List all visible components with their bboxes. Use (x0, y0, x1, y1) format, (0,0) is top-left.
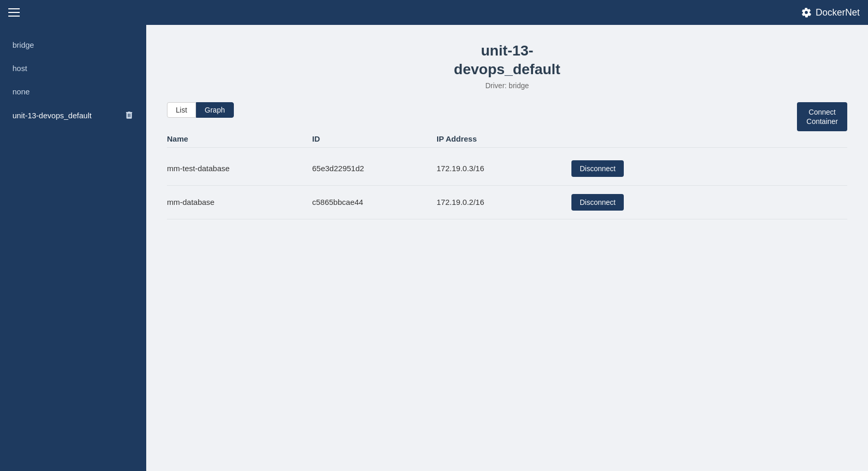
sidebar-item-bridge[interactable]: bridge (0, 33, 146, 57)
app-header: DockerNet (0, 0, 868, 25)
table-row: mm-database c5865bbcae44 172.19.0.2/16 D… (167, 186, 847, 219)
trash-icon[interactable] (124, 110, 134, 120)
brand-name: DockerNet (816, 7, 860, 18)
cell-id-2: c5865bbcae44 (312, 198, 437, 206)
sidebar-item-label: host (12, 64, 27, 73)
disconnect-button-1[interactable]: Disconnect (571, 160, 624, 177)
table-row: mm-test-database 65e3d22951d2 172.19.0.3… (167, 152, 847, 186)
content-area: List Graph ConnectContainer Name ID IP A… (167, 102, 847, 219)
sidebar-item-host[interactable]: host (0, 57, 146, 80)
driver-label: Driver: bridge (167, 81, 847, 90)
cell-id-1: 65e3d22951d2 (312, 164, 437, 173)
col-header-action (571, 134, 847, 143)
tab-graph[interactable]: Graph (196, 102, 234, 118)
sidebar-item-unit13[interactable]: unit-13-devops_default (0, 103, 146, 127)
cell-ip-1: 172.19.0.3/16 (437, 164, 571, 173)
tab-bar: List Graph (167, 102, 847, 118)
disconnect-button-2[interactable]: Disconnect (571, 194, 624, 211)
gear-icon (801, 7, 811, 18)
sidebar-item-none[interactable]: none (0, 80, 146, 103)
cell-name-1: mm-test-database (167, 164, 312, 173)
connect-container-button[interactable]: ConnectContainer (797, 102, 847, 131)
brand: DockerNet (801, 7, 860, 18)
cell-ip-2: 172.19.0.2/16 (437, 198, 571, 206)
tab-list[interactable]: List (167, 102, 196, 118)
table-headers: Name ID IP Address (167, 130, 847, 148)
cell-name-2: mm-database (167, 198, 312, 206)
main-content: unit-13- devops_default Driver: bridge L… (146, 25, 868, 471)
col-header-name: Name (167, 134, 312, 143)
main-layout: bridge host none unit-13-devops_default … (0, 25, 868, 471)
menu-icon[interactable] (8, 8, 20, 17)
sidebar-item-label: none (12, 87, 30, 96)
page-title: unit-13- devops_default (167, 41, 847, 79)
col-header-id: ID (312, 134, 437, 143)
sidebar-item-label: unit-13-devops_default (12, 111, 92, 120)
col-header-ip: IP Address (437, 134, 571, 143)
sidebar-item-label: bridge (12, 40, 34, 49)
sidebar: bridge host none unit-13-devops_default (0, 25, 146, 471)
